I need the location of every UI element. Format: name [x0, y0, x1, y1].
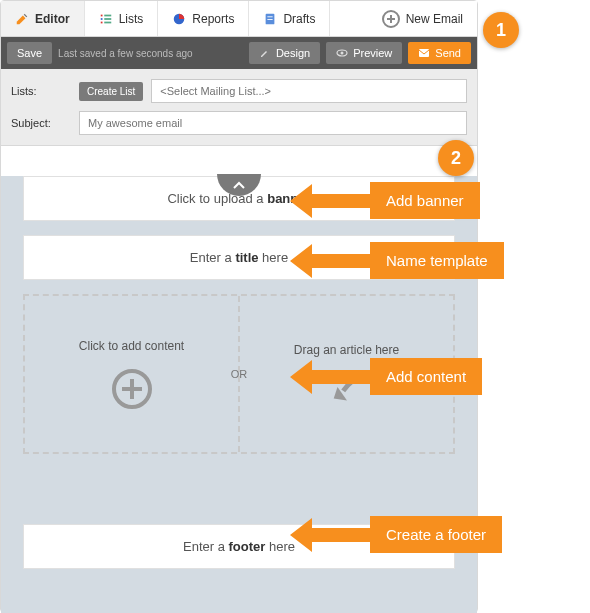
lists-row: Lists: Create List: [1, 75, 477, 107]
mailing-list-input[interactable]: [151, 79, 467, 103]
list-icon: [99, 12, 113, 26]
chevron-up-icon: [232, 180, 246, 190]
title-text-bold: title: [235, 250, 258, 265]
pie-icon: [172, 12, 186, 26]
save-button[interactable]: Save: [7, 42, 52, 64]
design-button[interactable]: Design: [249, 42, 320, 64]
preview-label: Preview: [353, 47, 392, 59]
tab-drafts[interactable]: Drafts: [249, 1, 330, 36]
annotation-badge-1: 1: [483, 12, 519, 48]
new-email-label: New Email: [406, 12, 463, 26]
save-status: Last saved a few seconds ago: [58, 48, 193, 59]
tab-reports-label: Reports: [192, 12, 234, 26]
add-content-col[interactable]: Click to add content: [25, 296, 240, 452]
svg-rect-8: [268, 16, 273, 17]
drag-text-bold: article: [340, 343, 372, 357]
svg-rect-2: [100, 18, 102, 20]
drafts-icon: [263, 12, 277, 26]
footer-block[interactable]: Enter a footer here: [23, 524, 455, 569]
annotation-badge-2: 2: [438, 140, 474, 176]
plus-circle-icon: [382, 10, 400, 28]
tab-drafts-label: Drafts: [283, 12, 315, 26]
canvas-area: Click to upload a banner Enter a title h…: [1, 176, 477, 613]
tab-lists[interactable]: Lists: [85, 1, 159, 36]
tab-editor[interactable]: Editor: [1, 1, 85, 36]
eye-icon: [336, 47, 348, 59]
envelope-icon: [418, 47, 430, 59]
form-section: Lists: Create List Subject:: [1, 69, 477, 146]
svg-rect-0: [100, 14, 102, 16]
svg-point-11: [341, 52, 344, 55]
pencil-icon: [15, 12, 29, 26]
new-email-button[interactable]: New Email: [368, 1, 477, 36]
drag-text-post: here: [372, 343, 399, 357]
tab-reports[interactable]: Reports: [158, 1, 249, 36]
subject-label: Subject:: [11, 117, 71, 129]
svg-rect-4: [100, 21, 102, 23]
title-text-pre: Enter a: [190, 250, 236, 265]
add-content-text: Click to add content: [79, 339, 184, 353]
svg-rect-12: [419, 49, 429, 57]
subject-row: Subject:: [1, 107, 477, 139]
svg-rect-9: [268, 19, 273, 20]
footer-text-pre: Enter a: [183, 539, 229, 554]
or-divider: OR: [231, 368, 248, 380]
banner-text-bold: banner: [267, 191, 310, 206]
banner-text-pre: Click to upload a: [167, 191, 267, 206]
toolbar: Save Last saved a few seconds ago Design…: [1, 37, 477, 69]
title-text-post: here: [259, 250, 289, 265]
preview-button[interactable]: Preview: [326, 42, 402, 64]
drag-text-pre: Drag an: [294, 343, 340, 357]
brush-icon: [259, 47, 271, 59]
lists-label: Lists:: [11, 85, 71, 97]
design-label: Design: [276, 47, 310, 59]
add-content-plus-icon[interactable]: [112, 369, 152, 409]
drag-article-col[interactable]: Drag an article here: [240, 296, 453, 452]
create-list-button[interactable]: Create List: [79, 82, 143, 101]
email-canvas: Click to upload a banner Enter a title h…: [23, 176, 455, 569]
title-block[interactable]: Enter a title here: [23, 235, 455, 280]
drag-arrow-icon: [328, 373, 366, 405]
tab-lists-label: Lists: [119, 12, 144, 26]
svg-rect-1: [104, 14, 111, 16]
subject-input[interactable]: [79, 111, 467, 135]
app-window: Editor Lists Reports Drafts New Email: [0, 0, 478, 613]
svg-rect-3: [104, 18, 111, 20]
footer-text-post: here: [265, 539, 295, 554]
top-tabs: Editor Lists Reports Drafts New Email: [1, 1, 477, 37]
tab-editor-label: Editor: [35, 12, 70, 26]
footer-text-bold: footer: [229, 539, 266, 554]
content-zone[interactable]: Click to add content OR Drag an article …: [23, 294, 455, 454]
send-label: Send: [435, 47, 461, 59]
svg-rect-5: [104, 21, 111, 23]
send-button[interactable]: Send: [408, 42, 471, 64]
